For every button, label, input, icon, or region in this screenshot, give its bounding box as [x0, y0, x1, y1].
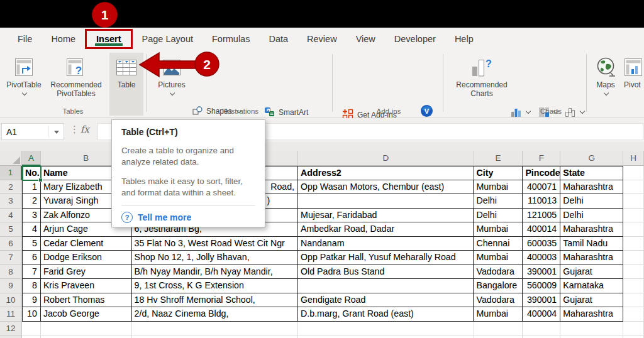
tab-help[interactable]: Help: [445, 29, 483, 49]
cell-C8[interactable]: B/h Nyay Mandir, B/h Nyay Mandir,: [132, 265, 298, 280]
row-header-5[interactable]: 5: [0, 222, 22, 237]
row-header-6[interactable]: 6: [0, 237, 22, 251]
cell-A5[interactable]: 4: [22, 222, 41, 237]
row-header-1[interactable]: 1: [0, 166, 22, 180]
cell-G3[interactable]: Delhi: [560, 194, 623, 209]
cell-G7[interactable]: Maharashtra: [560, 251, 623, 265]
cell-B9[interactable]: Kris Praveen: [41, 279, 132, 293]
cell-D12[interactable]: [298, 322, 474, 336]
row-header-4[interactable]: 4: [0, 209, 22, 223]
recommended-charts-button[interactable]: ? Recommended Charts: [454, 53, 509, 98]
cell-G13[interactable]: [560, 335, 623, 338]
cell-G9[interactable]: Karnataka: [560, 279, 623, 293]
cell-F11[interactable]: 400004: [523, 307, 560, 322]
cell-G1[interactable]: State: [560, 166, 623, 180]
cell-A12[interactable]: [22, 322, 41, 336]
cell-D8[interactable]: Old Padra Bus Stand: [298, 265, 474, 280]
cell-E10[interactable]: Vadodara: [474, 293, 523, 308]
tell-me-more-link[interactable]: ? Tell me more: [121, 212, 255, 223]
cell-B6[interactable]: Cedar Clement: [41, 237, 132, 251]
select-all-corner[interactable]: [0, 151, 22, 166]
cell-E1[interactable]: City: [474, 166, 523, 180]
cell-A2[interactable]: 1: [22, 180, 41, 195]
row-header-2[interactable]: 2: [0, 180, 22, 195]
cell-C12[interactable]: [132, 322, 298, 336]
cell-H11[interactable]: [623, 307, 644, 322]
cell-B13[interactable]: [41, 335, 132, 338]
tab-insert[interactable]: Insert: [85, 29, 133, 49]
cell-B7[interactable]: Dodge Erikson: [41, 251, 132, 265]
cell-G5[interactable]: Maharashtra: [560, 222, 623, 237]
col-header-D[interactable]: D: [298, 151, 474, 166]
cell-D13[interactable]: [298, 335, 474, 338]
col-header-E[interactable]: E: [474, 151, 523, 166]
cell-B10[interactable]: Robert Thomas: [41, 293, 132, 308]
cell-E11[interactable]: Mumbai: [474, 307, 523, 322]
cell-A1[interactable]: No.: [22, 166, 41, 180]
cell-E3[interactable]: Delhi: [474, 194, 523, 209]
row-header-12[interactable]: 12: [0, 322, 22, 336]
cell-G10[interactable]: Gujarat: [560, 293, 623, 308]
cell-G11[interactable]: Maharashtra: [560, 307, 623, 322]
tab-file[interactable]: File: [8, 29, 42, 49]
cell-B12[interactable]: [41, 322, 132, 336]
cell-B11[interactable]: Jacob George: [41, 307, 132, 322]
cell-G4[interactable]: Delhi: [560, 209, 623, 223]
tab-page-layout[interactable]: Page Layout: [133, 29, 203, 49]
cell-F4[interactable]: 121005: [523, 209, 560, 223]
cell-C9[interactable]: 9, 1st Cross, K G Extension: [132, 279, 298, 293]
cell-C13[interactable]: [132, 335, 298, 338]
row-header-10[interactable]: 10: [0, 293, 22, 308]
cell-E7[interactable]: Mumbai: [474, 251, 523, 265]
cell-F13[interactable]: [523, 335, 560, 338]
cell-B8[interactable]: Farid Grey: [41, 265, 132, 280]
cell-D1[interactable]: Address2: [298, 166, 474, 180]
cell-D10[interactable]: Gendigate Road: [298, 293, 474, 308]
cell-E9[interactable]: Bangalore: [474, 279, 523, 293]
cell-G8[interactable]: Gujarat: [560, 265, 623, 280]
row-header-11[interactable]: 11: [0, 307, 22, 322]
cell-E4[interactable]: Delhi: [474, 209, 523, 223]
cell-C7[interactable]: Shop No 12, 1, Jolly Bhavan,: [132, 251, 298, 265]
row-header-8[interactable]: 8: [0, 265, 22, 280]
cell-F12[interactable]: [523, 322, 560, 336]
cell-A13[interactable]: [22, 335, 41, 338]
cell-E12[interactable]: [474, 322, 523, 336]
cell-A4[interactable]: 3: [22, 209, 41, 223]
cell-H1[interactable]: [623, 166, 644, 180]
cell-A3[interactable]: 2: [22, 194, 41, 209]
cell-H4[interactable]: [623, 209, 644, 223]
cell-E13[interactable]: [474, 335, 523, 338]
cell-H2[interactable]: [623, 180, 644, 195]
cell-A6[interactable]: 5: [22, 237, 41, 251]
col-header-G[interactable]: G: [560, 151, 623, 166]
cell-H12[interactable]: [623, 322, 644, 336]
cell-F7[interactable]: 400003: [523, 251, 560, 265]
row-header-13[interactable]: 13: [0, 335, 22, 338]
tab-home[interactable]: Home: [42, 29, 85, 49]
cell-A10[interactable]: 9: [22, 293, 41, 308]
cell-F5[interactable]: 400014: [523, 222, 560, 237]
col-header-F[interactable]: F: [523, 151, 560, 166]
cell-D3[interactable]: [298, 194, 474, 209]
cell-H3[interactable]: [623, 194, 644, 209]
cell-F6[interactable]: 600035: [523, 237, 560, 251]
cell-A11[interactable]: 10: [22, 307, 41, 322]
cell-F1[interactable]: Pincode: [523, 166, 560, 180]
pivottable-button[interactable]: PivotTable: [5, 53, 43, 95]
cell-C10[interactable]: 18 Hv Shroff Memorial School,: [132, 293, 298, 308]
pivotchart-button[interactable]: Pivot: [624, 53, 644, 89]
tab-review[interactable]: Review: [297, 29, 347, 49]
cell-F10[interactable]: 390001: [523, 293, 560, 308]
name-box[interactable]: A1: [1, 123, 64, 140]
cell-H10[interactable]: [623, 293, 644, 308]
cell-H9[interactable]: [623, 279, 644, 293]
cell-F2[interactable]: 400071: [523, 180, 560, 195]
cell-D5[interactable]: Ambedkar Road, Dadar: [298, 222, 474, 237]
cell-G2[interactable]: Maharashtra: [560, 180, 623, 195]
cell-F3[interactable]: 110013: [523, 194, 560, 209]
col-header-A[interactable]: A: [22, 151, 41, 166]
cell-H8[interactable]: [623, 265, 644, 280]
maps-button[interactable]: Maps: [589, 53, 623, 95]
name-box-dropdown-icon[interactable]: [54, 131, 59, 134]
